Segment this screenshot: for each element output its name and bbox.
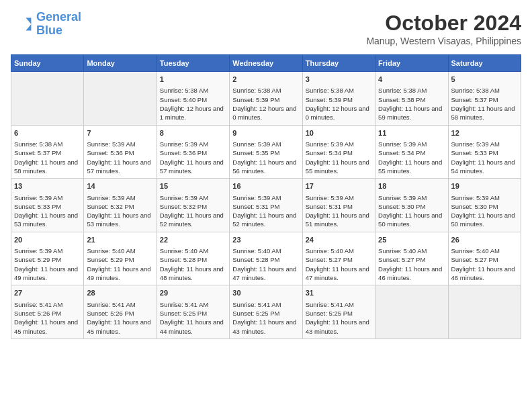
month-title: October 2024 <box>366 11 521 36</box>
calendar-day-cell: 27 Sunrise: 5:41 AMSunset: 5:26 PMDaylig… <box>11 285 84 339</box>
day-number: 13 <box>14 181 81 191</box>
calendar-day-cell: 31 Sunrise: 5:41 AMSunset: 5:25 PMDaylig… <box>302 285 375 339</box>
day-info: Sunrise: 5:39 AMSunset: 5:30 PMDaylight:… <box>451 193 518 229</box>
calendar-day-cell: 18 Sunrise: 5:39 AMSunset: 5:30 PMDaylig… <box>375 179 448 232</box>
day-number: 23 <box>232 235 299 245</box>
calendar-table: SundayMondayTuesdayWednesdayThursdayFrid… <box>11 54 521 339</box>
day-number: 12 <box>451 128 518 138</box>
calendar-day-cell: 5 Sunrise: 5:38 AMSunset: 5:37 PMDayligh… <box>448 72 521 126</box>
calendar-week-row: 1 Sunrise: 5:38 AMSunset: 5:40 PMDayligh… <box>11 72 521 126</box>
calendar-day-cell: 24 Sunrise: 5:40 AMSunset: 5:27 PMDaylig… <box>302 232 375 285</box>
day-info: Sunrise: 5:40 AMSunset: 5:27 PMDaylight:… <box>451 246 518 282</box>
day-info: Sunrise: 5:39 AMSunset: 5:34 PMDaylight:… <box>378 140 445 175</box>
location: Manup, Western Visayas, Philippines <box>366 36 521 46</box>
calendar-day-cell: 21 Sunrise: 5:40 AMSunset: 5:29 PMDaylig… <box>84 232 157 285</box>
day-info: Sunrise: 5:39 AMSunset: 5:33 PMDaylight:… <box>14 193 81 229</box>
day-number: 28 <box>87 288 153 298</box>
calendar-day-cell: 23 Sunrise: 5:40 AMSunset: 5:28 PMDaylig… <box>230 232 302 285</box>
calendar-day-cell: 26 Sunrise: 5:40 AMSunset: 5:27 PMDaylig… <box>448 232 521 285</box>
calendar-day-cell: 14 Sunrise: 5:39 AMSunset: 5:32 PMDaylig… <box>84 179 157 232</box>
calendar-week-row: 20 Sunrise: 5:39 AMSunset: 5:29 PMDaylig… <box>11 232 521 285</box>
day-info: Sunrise: 5:39 AMSunset: 5:32 PMDaylight:… <box>87 193 153 229</box>
calendar-day-cell: 30 Sunrise: 5:41 AMSunset: 5:25 PMDaylig… <box>230 285 302 339</box>
day-number: 10 <box>306 128 372 138</box>
day-info: Sunrise: 5:40 AMSunset: 5:27 PMDaylight:… <box>306 246 372 282</box>
day-number: 17 <box>306 181 372 191</box>
calendar-day-cell: 10 Sunrise: 5:39 AMSunset: 5:34 PMDaylig… <box>302 125 375 179</box>
day-number: 11 <box>378 128 445 138</box>
day-info: Sunrise: 5:39 AMSunset: 5:34 PMDaylight:… <box>306 140 372 175</box>
day-info: Sunrise: 5:41 AMSunset: 5:25 PMDaylight:… <box>160 300 226 336</box>
logo: General Blue <box>11 11 81 38</box>
day-info: Sunrise: 5:40 AMSunset: 5:27 PMDaylight:… <box>378 246 445 282</box>
day-info: Sunrise: 5:38 AMSunset: 5:39 PMDaylight:… <box>306 86 372 122</box>
day-info: Sunrise: 5:41 AMSunset: 5:26 PMDaylight:… <box>87 300 153 336</box>
calendar-day-cell <box>84 72 157 126</box>
day-number: 27 <box>14 288 81 298</box>
calendar-day-cell: 29 Sunrise: 5:41 AMSunset: 5:25 PMDaylig… <box>157 285 229 339</box>
day-info: Sunrise: 5:38 AMSunset: 5:37 PMDaylight:… <box>451 86 518 122</box>
day-info: Sunrise: 5:40 AMSunset: 5:28 PMDaylight:… <box>232 246 299 282</box>
day-number: 9 <box>232 128 299 138</box>
calendar-day-cell: 7 Sunrise: 5:39 AMSunset: 5:36 PMDayligh… <box>84 125 157 179</box>
calendar-week-row: 27 Sunrise: 5:41 AMSunset: 5:26 PMDaylig… <box>11 285 521 339</box>
day-number: 1 <box>160 75 226 85</box>
svg-rect-1 <box>13 17 28 30</box>
day-number: 19 <box>451 181 518 191</box>
weekday-header-cell: Saturday <box>448 55 521 72</box>
day-number: 29 <box>160 288 226 298</box>
calendar-day-cell: 4 Sunrise: 5:38 AMSunset: 5:38 PMDayligh… <box>375 72 448 126</box>
calendar-day-cell <box>448 285 521 339</box>
calendar-day-cell: 19 Sunrise: 5:39 AMSunset: 5:30 PMDaylig… <box>448 179 521 232</box>
calendar-day-cell <box>375 285 448 339</box>
day-number: 8 <box>160 128 226 138</box>
day-info: Sunrise: 5:40 AMSunset: 5:29 PMDaylight:… <box>87 246 153 282</box>
day-info: Sunrise: 5:38 AMSunset: 5:38 PMDaylight:… <box>378 86 445 122</box>
day-info: Sunrise: 5:39 AMSunset: 5:35 PMDaylight:… <box>232 140 299 175</box>
svg-marker-0 <box>26 17 31 30</box>
day-number: 25 <box>378 235 445 245</box>
calendar-day-cell: 22 Sunrise: 5:40 AMSunset: 5:28 PMDaylig… <box>157 232 229 285</box>
day-number: 5 <box>451 75 518 85</box>
logo-text: General Blue <box>36 11 81 38</box>
weekday-header-cell: Sunday <box>11 55 84 72</box>
day-info: Sunrise: 5:39 AMSunset: 5:30 PMDaylight:… <box>378 193 445 229</box>
day-info: Sunrise: 5:38 AMSunset: 5:37 PMDaylight:… <box>14 140 81 175</box>
day-info: Sunrise: 5:41 AMSunset: 5:26 PMDaylight:… <box>14 300 81 336</box>
day-number: 16 <box>232 181 299 191</box>
logo-icon <box>11 13 32 35</box>
day-number: 6 <box>14 128 81 138</box>
calendar-day-cell: 3 Sunrise: 5:38 AMSunset: 5:39 PMDayligh… <box>302 72 375 126</box>
day-number: 2 <box>232 75 299 85</box>
day-info: Sunrise: 5:38 AMSunset: 5:39 PMDaylight:… <box>232 86 299 122</box>
calendar-body: 1 Sunrise: 5:38 AMSunset: 5:40 PMDayligh… <box>11 72 521 339</box>
day-info: Sunrise: 5:39 AMSunset: 5:31 PMDaylight:… <box>232 193 299 229</box>
day-info: Sunrise: 5:40 AMSunset: 5:28 PMDaylight:… <box>160 246 226 282</box>
weekday-header-cell: Friday <box>375 55 448 72</box>
day-info: Sunrise: 5:38 AMSunset: 5:40 PMDaylight:… <box>160 86 226 122</box>
weekday-header-cell: Tuesday <box>157 55 229 72</box>
calendar-day-cell: 28 Sunrise: 5:41 AMSunset: 5:26 PMDaylig… <box>84 285 157 339</box>
day-info: Sunrise: 5:41 AMSunset: 5:25 PMDaylight:… <box>306 300 372 336</box>
calendar-week-row: 13 Sunrise: 5:39 AMSunset: 5:33 PMDaylig… <box>11 179 521 232</box>
calendar-day-cell: 9 Sunrise: 5:39 AMSunset: 5:35 PMDayligh… <box>230 125 302 179</box>
weekday-header-cell: Monday <box>84 55 157 72</box>
day-info: Sunrise: 5:39 AMSunset: 5:29 PMDaylight:… <box>14 246 81 282</box>
day-number: 24 <box>306 235 372 245</box>
calendar-week-row: 6 Sunrise: 5:38 AMSunset: 5:37 PMDayligh… <box>11 125 521 179</box>
day-number: 7 <box>87 128 153 138</box>
day-number: 18 <box>378 181 445 191</box>
weekday-header-cell: Thursday <box>302 55 375 72</box>
calendar-day-cell: 17 Sunrise: 5:39 AMSunset: 5:31 PMDaylig… <box>302 179 375 232</box>
day-info: Sunrise: 5:39 AMSunset: 5:31 PMDaylight:… <box>306 193 372 229</box>
day-number: 26 <box>451 235 518 245</box>
calendar-day-cell: 20 Sunrise: 5:39 AMSunset: 5:29 PMDaylig… <box>11 232 84 285</box>
day-info: Sunrise: 5:39 AMSunset: 5:33 PMDaylight:… <box>451 140 518 175</box>
day-number: 14 <box>87 181 153 191</box>
day-number: 4 <box>378 75 445 85</box>
day-number: 30 <box>232 288 299 298</box>
page-header: General Blue October 2024 Manup, Western… <box>11 11 521 46</box>
day-number: 31 <box>306 288 372 298</box>
calendar-day-cell: 6 Sunrise: 5:38 AMSunset: 5:37 PMDayligh… <box>11 125 84 179</box>
calendar-day-cell: 2 Sunrise: 5:38 AMSunset: 5:39 PMDayligh… <box>230 72 302 126</box>
